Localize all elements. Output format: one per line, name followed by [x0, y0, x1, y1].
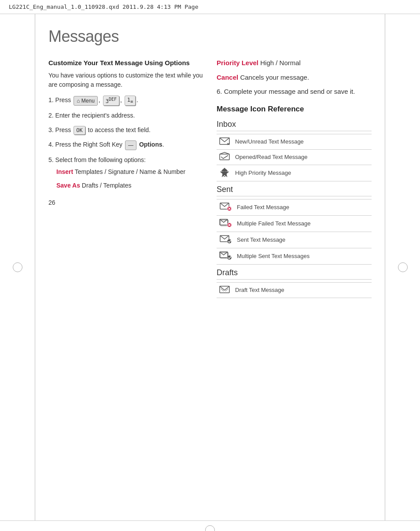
step-2-text: 2. Enter the recipient's address. — [48, 112, 135, 119]
table-row: Multiple Failed Text Message — [217, 215, 372, 232]
step-4-text: 4. Press the Right Soft Key — Options. — [48, 141, 164, 148]
inbox-table: New/Unread Text Message Opened/Read Text… — [217, 134, 372, 181]
cancel-block: Cancel Cancels your message. — [217, 73, 372, 83]
opened-read-text: Opened/Read Text Message — [232, 149, 372, 165]
table-row: Opened/Read Text Message — [217, 149, 372, 165]
step-3: 3. Press OK to access the text field. — [48, 125, 203, 135]
insert-text: Templates / Signature / Name & Number — [75, 168, 185, 175]
sent-text-message-text: Sent Text Message — [234, 232, 372, 248]
inbox-label: Inbox — [217, 120, 372, 129]
step-1-num: 1. Press — [48, 96, 73, 103]
table-row: Draft Text Message — [217, 282, 372, 298]
saveas-label: Save As — [56, 182, 80, 189]
failed-text-icon — [217, 199, 234, 215]
right-margin — [385, 14, 420, 520]
insert-label: Insert — [56, 168, 73, 175]
new-unread-text: New/Unread Text Message — [232, 134, 372, 149]
3def-key: 3DEF — [103, 96, 119, 106]
insert-option: Insert Templates / Signature / Name & Nu… — [56, 167, 203, 177]
customize-body: You have various options to customize th… — [48, 71, 203, 89]
menu-key-icon: ⌂ Menu — [74, 96, 98, 106]
priority-block: Priority Level High / Normal — [217, 58, 372, 68]
sent-table: Failed Text Message — [217, 199, 372, 265]
multi-failed-icon — [217, 215, 234, 232]
saveas-text: Drafts / Templates — [82, 182, 132, 189]
step-3-text: 3. Press OK to access the text field. — [48, 126, 151, 133]
draft-icon — [217, 282, 232, 298]
cancel-text: Cancels your message. — [240, 74, 309, 81]
content-area: Messages Customize Your Text Message Usi… — [35, 14, 385, 520]
table-row: Failed Text Message — [217, 199, 372, 215]
right-registration-mark — [398, 262, 408, 272]
header-bar: LG221C_Eng_manual_1.0_110928.qxd 2011.9.… — [0, 0, 420, 14]
sub-options: Insert Templates / Signature / Name & Nu… — [56, 167, 203, 190]
header-text: LG221C_Eng_manual_1.0_110928.qxd 2011.9.… — [9, 4, 198, 10]
soft-key-icon: — — [125, 140, 136, 150]
table-row: High Priority Message — [217, 165, 372, 181]
left-column: Customize Your Text Message Using Option… — [48, 58, 203, 503]
drafts-hr — [217, 279, 372, 280]
customize-heading: Customize Your Text Message Using Option… — [48, 58, 203, 67]
draft-text-message-text: Draft Text Message — [232, 282, 372, 298]
high-priority-text: High Priority Message — [232, 165, 372, 181]
icon-ref-title: Message Icon Reference — [217, 105, 372, 114]
left-registration-mark — [13, 262, 22, 272]
step-1: 1. Press ⌂ Menu, 3DEF, 1≡. — [48, 96, 203, 106]
saveas-option: Save As Drafts / Templates — [56, 181, 203, 190]
table-row: Multiple Sent Text Messages — [217, 248, 372, 264]
priority-label: Priority Level — [217, 59, 258, 66]
step-4: 4. Press the Right Soft Key — Options. — [48, 140, 203, 150]
step-2: 2. Enter the recipient's address. — [48, 111, 203, 120]
opened-read-icon — [217, 149, 232, 165]
inbox-hr — [217, 131, 372, 131]
bottom-bar — [0, 520, 420, 531]
right-column: Priority Level High / Normal Cancel Canc… — [217, 58, 372, 503]
ok-key: OK — [74, 126, 85, 135]
step-5-text: 5. Select from the following options: — [48, 156, 146, 163]
left-margin — [0, 14, 35, 520]
table-row: New/Unread Text Message — [217, 134, 372, 149]
table-row: Sent Text Message — [217, 232, 372, 248]
sent-hr — [217, 196, 372, 196]
drafts-table: Draft Text Message — [217, 282, 372, 298]
failed-text-message-text: Failed Text Message — [234, 199, 372, 215]
multi-sent-icon — [217, 248, 234, 264]
new-unread-icon — [217, 134, 232, 149]
page-title: Messages — [48, 27, 372, 46]
multi-sent-text: Multiple Sent Text Messages — [234, 248, 372, 264]
multi-failed-text: Multiple Failed Text Message — [234, 215, 372, 232]
step-6: 6. Complete your message and send or sav… — [217, 87, 372, 97]
cancel-label: Cancel — [217, 74, 238, 81]
priority-value: High / Normal — [260, 59, 301, 66]
high-priority-icon — [217, 165, 232, 181]
svg-point-22 — [227, 255, 232, 260]
1-key: 1≡ — [125, 96, 136, 105]
page-number: 26 — [48, 199, 203, 206]
bottom-registration-mark — [205, 525, 215, 531]
drafts-label: Drafts — [217, 268, 372, 277]
sent-label: Sent — [217, 185, 372, 194]
sent-text-icon — [217, 232, 234, 248]
two-column-layout: Customize Your Text Message Using Option… — [48, 58, 372, 503]
steps-list: 1. Press ⌂ Menu, 3DEF, 1≡. 2. Enter the … — [48, 96, 203, 190]
step-5: 5. Select from the following options: In… — [48, 155, 203, 190]
